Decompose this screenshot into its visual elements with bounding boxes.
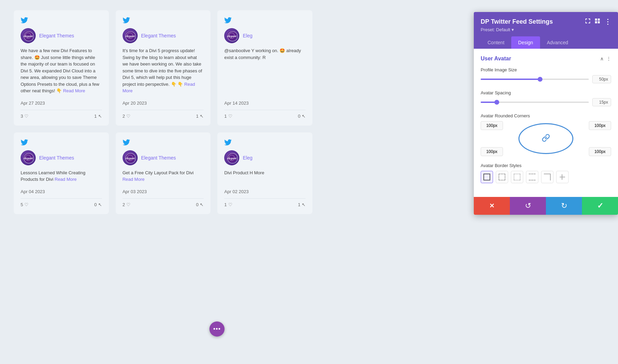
tab-design[interactable]: Design <box>511 36 540 49</box>
corner-inputs-wrapper <box>481 121 611 156</box>
twitter-icon-3 <box>224 17 306 25</box>
undo-button[interactable]: ↺ <box>510 197 546 215</box>
tweet-card-5: elegant Elegant Themes Get a Free City L… <box>116 132 211 214</box>
panel-header-icons: ⋮ <box>585 17 611 26</box>
tweet-date-5: Apr 03 2023 <box>123 189 204 194</box>
redo-button[interactable]: ↻ <box>546 197 582 215</box>
tweet-date-2: Apr 20 2023 <box>123 101 204 106</box>
like-count-5[interactable]: 2 ♡ <box>123 202 130 207</box>
share-count-2[interactable]: 1 ↗ <box>196 114 204 119</box>
field-avatar-rounded-corners: Avatar Rounded Corners <box>481 113 611 156</box>
like-count-4[interactable]: 5 ♡ <box>21 202 28 207</box>
avatar-2: elegant <box>123 28 138 43</box>
grid-icon[interactable] <box>595 18 600 25</box>
preset-dropdown-icon: ▾ <box>512 27 514 32</box>
tweet-text-4: Lessons Learned While Creating Products … <box>21 169 102 183</box>
svg-rect-18 <box>595 19 597 21</box>
preset-label[interactable]: Preset: Default <box>481 27 510 32</box>
tweet-text-2: It's time for a Divi 5 progress update! … <box>123 47 204 94</box>
fullscreen-icon[interactable] <box>585 18 591 25</box>
tweet-actions-6: 1 ♡ 1 ↗ <box>224 198 306 207</box>
section-more-button[interactable]: ⋮ <box>606 56 611 61</box>
fab-button[interactable]: ••• <box>209 321 225 337</box>
avatar-spacing-track <box>481 102 589 103</box>
corner-top-right[interactable] <box>589 121 611 130</box>
section-user-avatar-header: User Avatar ∧ ⋮ <box>481 56 611 62</box>
tweet-actions-1: 3 ♡ 1 ↗ <box>21 110 102 119</box>
like-count-3[interactable]: 1 ♡ <box>224 114 232 119</box>
tweet-header-3: elegant Eleg <box>224 28 306 43</box>
avatar-spacing-fill <box>481 102 497 103</box>
border-corner-icon <box>544 174 551 180</box>
avatar-4: elegant <box>21 150 36 165</box>
svg-rect-19 <box>598 19 600 21</box>
tweet-actions-5: 2 ♡ 0 ↗ <box>123 198 204 207</box>
svg-point-13 <box>127 155 133 161</box>
like-count-1[interactable]: 3 ♡ <box>21 114 28 119</box>
tweet-header-5: elegant Elegant Themes <box>123 150 204 165</box>
corner-bottom-left[interactable] <box>481 147 503 156</box>
profile-image-size-value[interactable] <box>592 75 611 83</box>
tweet-card-3: elegant Eleg @sanboolive Y working on. 🤩… <box>217 10 312 126</box>
avatar-5: elegant <box>123 150 138 165</box>
tab-content[interactable]: Content <box>481 36 511 49</box>
avatar-spacing-thumb[interactable] <box>494 100 499 105</box>
border-mixed-icon <box>529 174 536 180</box>
corner-link-button[interactable] <box>518 123 573 154</box>
confirm-icon: ✓ <box>597 201 603 210</box>
profile-image-size-thumb[interactable] <box>538 77 542 82</box>
border-style-dashed-btn[interactable] <box>496 171 508 183</box>
share-count-6[interactable]: 1 ↗ <box>298 202 306 207</box>
read-more-5[interactable]: Read More <box>123 177 145 182</box>
avatar-border-styles-label: Avatar Border Styles <box>481 163 611 168</box>
share-count-5[interactable]: 0 ↗ <box>196 202 204 207</box>
tweet-date-4: Apr 04 2023 <box>21 189 102 194</box>
share-count-4[interactable]: 0 ↗ <box>94 202 102 207</box>
tweet-header-1: elegant Elegant Themes <box>21 28 102 43</box>
svg-point-3 <box>125 31 135 40</box>
svg-text:elegant: elegant <box>227 156 237 160</box>
field-profile-image-size: Profile Image Size <box>481 67 611 83</box>
border-style-corner-btn[interactable] <box>541 171 553 183</box>
tweet-header-6: elegant Eleg <box>224 150 306 165</box>
svg-rect-21 <box>598 21 600 23</box>
twitter-icon-1 <box>21 17 102 25</box>
panel-tabs: Content Design Advanced <box>481 36 611 49</box>
corner-col-right <box>589 121 611 156</box>
panel-header: DP Twitter Feed Settings ⋮ Preset: Defau… <box>474 12 618 49</box>
corner-top-left[interactable] <box>481 121 503 130</box>
svg-point-15 <box>227 153 237 163</box>
tab-advanced[interactable]: Advanced <box>540 36 575 49</box>
more-icon[interactable]: ⋮ <box>604 17 611 26</box>
svg-text:elegant: elegant <box>125 34 135 38</box>
tweet-date-3: Apr 14 2023 <box>224 101 306 106</box>
read-more-1[interactable]: Read More <box>63 88 85 93</box>
twitter-icon-4 <box>21 139 102 147</box>
tweet-actions-2: 2 ♡ 1 ↗ <box>123 110 204 119</box>
tweet-date-6: Apr 02 2023 <box>224 189 306 194</box>
profile-image-size-fill <box>481 79 540 80</box>
svg-text:elegant: elegant <box>227 34 237 38</box>
author-6: Eleg <box>243 155 252 161</box>
confirm-button[interactable]: ✓ <box>582 197 618 215</box>
avatar-spacing-value[interactable] <box>592 98 611 106</box>
border-style-dotted-btn[interactable] <box>511 171 523 183</box>
border-style-solid-btn[interactable] <box>481 171 493 183</box>
undo-icon: ↺ <box>525 201 531 210</box>
cancel-button[interactable]: ✕ <box>474 197 510 215</box>
border-style-none-btn[interactable] <box>556 171 569 183</box>
share-count-3[interactable]: 0 ↗ <box>298 114 306 119</box>
read-more-4[interactable]: Read More <box>55 177 77 182</box>
corner-bottom-right[interactable] <box>589 147 611 156</box>
like-count-2[interactable]: 2 ♡ <box>123 114 130 119</box>
like-count-6[interactable]: 1 ♡ <box>224 202 232 207</box>
tweet-header-2: elegant Elegant Themes <box>123 28 204 43</box>
section-collapse-button[interactable]: ∧ <box>600 56 604 61</box>
border-outer-dash-icon <box>499 174 505 180</box>
section-controls: ∧ ⋮ <box>600 56 611 61</box>
tweet-actions-3: 1 ♡ 0 ↗ <box>224 110 306 119</box>
author-2: Elegant Themes <box>141 33 176 38</box>
tweet-text-5: Get a Free City Layout Pack for Divi Rea… <box>123 169 204 183</box>
border-style-mixed-btn[interactable] <box>526 171 538 183</box>
share-count-1[interactable]: 1 ↗ <box>94 114 102 119</box>
